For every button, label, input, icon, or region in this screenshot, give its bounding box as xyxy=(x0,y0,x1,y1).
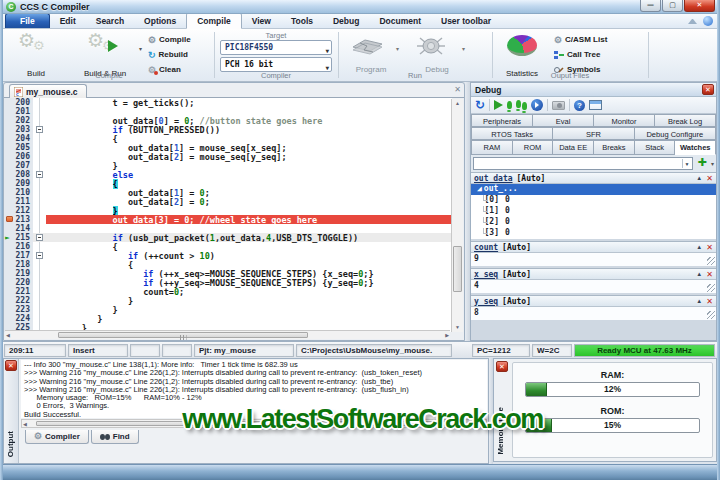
watch-tree-root[interactable]: ◢out_... xyxy=(471,184,716,195)
watch-collapse-icon[interactable]: ▲ xyxy=(696,271,702,277)
code-line-200[interactable]: 200 t = get_ticks(); xyxy=(4,98,452,107)
tree-expand-icon[interactable]: ◢ xyxy=(471,184,484,195)
debug-tab-peripherals[interactable]: Peripherals xyxy=(471,114,533,127)
menu-item-edit[interactable]: Edit xyxy=(50,14,86,28)
snapshot-icon[interactable] xyxy=(552,101,565,110)
debug-tab-eval[interactable]: Eval xyxy=(533,114,594,127)
code-line-209[interactable]: 209 { xyxy=(4,179,452,188)
build-and-run-button[interactable]: ⚙⚙ ▾ Build & Run xyxy=(68,31,142,69)
menu-item-compile[interactable]: Compile xyxy=(186,13,242,29)
debug-help-icon[interactable]: ? xyxy=(574,100,585,111)
debug-close-icon[interactable]: ✕ xyxy=(702,84,714,95)
line-number[interactable]: 220 xyxy=(4,278,33,287)
line-number[interactable]: 204 xyxy=(4,134,33,143)
line-number[interactable]: 219 xyxy=(4,269,33,278)
watch-close-icon[interactable]: ✕ xyxy=(706,174,713,183)
program-button[interactable]: Program xyxy=(348,32,394,66)
debug-tab-rtos-tasks[interactable]: RTOS Tasks xyxy=(471,127,553,140)
hscroll-thumb[interactable] xyxy=(58,332,307,338)
watch-value[interactable]: 4 xyxy=(471,280,716,293)
watch-header[interactable]: x_seq[Auto]▲✕ xyxy=(471,268,716,280)
watch-header[interactable]: y_seq[Auto]▲✕ xyxy=(471,295,716,307)
target-device-dropdown[interactable]: PIC18F4550▼ xyxy=(220,40,332,55)
code-line-217[interactable]: 217 if (++count > 10) xyxy=(4,251,452,260)
tab-find[interactable]: Find xyxy=(91,430,139,444)
line-number[interactable]: 208 xyxy=(4,170,33,179)
editor-horizontal-scrollbar[interactable]: ◀ ▶ xyxy=(5,330,450,339)
watch-close-icon[interactable]: ✕ xyxy=(706,270,713,279)
line-number[interactable]: 201 xyxy=(4,107,33,116)
build-button[interactable]: ⚙⚙ Build xyxy=(6,31,66,69)
menu-item-document[interactable]: Document xyxy=(369,14,431,28)
line-number[interactable]: 212 xyxy=(4,206,33,215)
code-line-214[interactable]: 214 xyxy=(4,224,452,233)
watch-tree-item[interactable]: [2]0 xyxy=(471,217,716,228)
code-line-203[interactable]: 203 if (BUTTON_PRESSED()) xyxy=(4,125,452,134)
code-line-221[interactable]: 221 count=0; xyxy=(4,287,452,296)
menu-item-view[interactable]: View xyxy=(242,14,281,28)
debug-tab-break-log[interactable]: Break Log xyxy=(655,114,716,127)
line-number[interactable]: 223 xyxy=(4,305,33,314)
debug-tab-watches[interactable]: Watches xyxy=(675,140,716,155)
watch-tree-item[interactable]: [0]0 xyxy=(471,195,716,206)
menu-item-options[interactable]: Options xyxy=(134,14,186,28)
line-number[interactable]: 203 xyxy=(4,125,33,134)
debug-caret-icon[interactable]: ▾ xyxy=(462,45,465,52)
code-line-215[interactable]: 215► if (usb_put_packet(1,out_data,4,USB… xyxy=(4,233,452,242)
code-line-223[interactable]: 223 } xyxy=(4,305,452,314)
code-line-212[interactable]: 212 } xyxy=(4,206,452,215)
close-button[interactable]: ✕ xyxy=(684,0,715,12)
watch-close-icon[interactable]: ✕ xyxy=(706,297,713,306)
menu-item-user-toolbar[interactable]: User toolbar xyxy=(431,14,501,28)
editor-vertical-scrollbar[interactable]: ▲ ▼ xyxy=(451,99,463,332)
code-line-216[interactable]: 216 { xyxy=(4,242,452,251)
add-watch-button[interactable]: ✚ xyxy=(695,157,709,170)
line-number[interactable]: 222 xyxy=(4,296,33,305)
line-number[interactable]: 200 xyxy=(4,98,33,107)
menu-item-tools[interactable]: Tools xyxy=(281,14,323,28)
tab-compiler[interactable]: ⚙Compiler xyxy=(25,430,89,444)
debug-tab-monitor[interactable]: Monitor xyxy=(594,114,655,127)
code-line-224[interactable]: 224 } xyxy=(4,314,452,323)
code-line-210[interactable]: 210 out_data[1] = 0; xyxy=(4,188,452,197)
line-number[interactable]: 224 xyxy=(4,314,33,323)
rebuild-button[interactable]: ↻Rebuild xyxy=(146,47,212,62)
menu-item-search[interactable]: Search xyxy=(86,14,134,28)
line-number[interactable]: 214 xyxy=(4,224,33,233)
watch-header[interactable]: out_data[Auto]▲✕ xyxy=(471,172,716,184)
line-number[interactable]: 216 xyxy=(4,242,33,251)
code-line-202[interactable]: 202 out_data[0] = 0; //button state goes… xyxy=(4,116,452,125)
line-number[interactable]: 205 xyxy=(4,143,33,152)
maximize-button[interactable]: ▢ xyxy=(662,0,683,12)
debug-tab-ram[interactable]: RAM xyxy=(471,140,513,155)
help-globe-icon[interactable] xyxy=(703,16,713,26)
code-line-201[interactable]: 201 xyxy=(4,107,452,116)
debug-tab-sfr[interactable]: SFR xyxy=(553,127,634,140)
code-line-220[interactable]: 220 if (++y_seq>=MOUSE_SEQUENCE_STEPS) {… xyxy=(4,278,452,287)
debug-tab-data-ee[interactable]: Data EE xyxy=(553,140,594,155)
code-line-211[interactable]: 211 out_data[2] = 0; xyxy=(4,197,452,206)
step-over-icon[interactable] xyxy=(516,100,527,110)
run-to-cursor-icon[interactable] xyxy=(531,99,543,111)
fold-icon[interactable] xyxy=(36,171,43,178)
watch-value[interactable]: 8 xyxy=(471,307,716,320)
compiler-class-dropdown[interactable]: PCH 16 bit▼ xyxy=(220,57,332,72)
add-watch-caret-icon[interactable]: ▾ xyxy=(711,160,714,167)
line-number[interactable]: 211 xyxy=(4,197,33,206)
breakpoint-icon[interactable] xyxy=(6,216,13,222)
watch-close-icon[interactable]: ✕ xyxy=(706,243,713,252)
line-number[interactable]: 215► xyxy=(4,233,33,242)
line-number[interactable]: 202 xyxy=(4,116,33,125)
build-run-caret-icon[interactable]: ▾ xyxy=(139,45,142,52)
line-number[interactable]: 206 xyxy=(4,152,33,161)
scroll-left-icon[interactable]: ◀ xyxy=(23,420,27,429)
fold-icon[interactable] xyxy=(36,252,43,259)
reset-icon[interactable]: ↻ xyxy=(475,99,485,111)
debug-tab-stack[interactable]: Stack xyxy=(635,140,676,155)
watch-collapse-icon[interactable]: ▲ xyxy=(696,244,702,250)
line-number[interactable]: 207 xyxy=(4,161,33,170)
code-line-208[interactable]: 208 else xyxy=(4,170,452,179)
step-into-icon[interactable] xyxy=(507,101,512,109)
scroll-up-icon[interactable]: ▲ xyxy=(452,99,463,108)
statistics-button[interactable]: Statistics xyxy=(496,31,548,69)
